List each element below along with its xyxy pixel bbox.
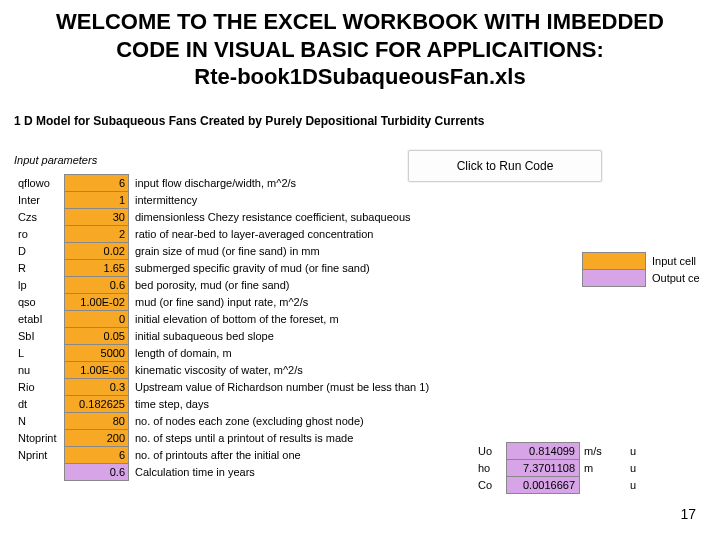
title-line2: CODE IN VISUAL BASIC FOR APPLICAITIONS: xyxy=(116,37,604,62)
param-value-cell[interactable]: 2 xyxy=(65,226,129,243)
param-description: submerged specific gravity of mud (or fi… xyxy=(129,260,434,277)
input-row: etabI0initial elevation of bottom of the… xyxy=(14,311,433,328)
output-name: Co xyxy=(474,477,507,494)
param-description: time step, days xyxy=(129,396,434,413)
output-extra: u xyxy=(614,477,640,494)
input-row: qso1.00E-02mud (or fine sand) input rate… xyxy=(14,294,433,311)
run-code-button[interactable]: Click to Run Code xyxy=(408,150,602,182)
legend-input-swatch xyxy=(583,253,646,270)
output-values-table: Uo0.814099m/suho7.3701108muCo0.0016667u xyxy=(474,442,641,494)
param-name: Inter xyxy=(14,192,65,209)
param-value-cell[interactable]: 0.02 xyxy=(65,243,129,260)
output-row: ho7.3701108mu xyxy=(474,460,640,477)
input-row: L5000length of domain, m xyxy=(14,345,433,362)
param-description: initial subaqueous bed slope xyxy=(129,328,434,345)
param-name: qso xyxy=(14,294,65,311)
input-row: ro2ratio of near-bed to layer-averaged c… xyxy=(14,226,433,243)
input-row: Nprint6no. of printouts after the initia… xyxy=(14,447,433,464)
param-name: etabI xyxy=(14,311,65,328)
param-name: SbI xyxy=(14,328,65,345)
output-unit: m xyxy=(580,460,615,477)
param-name: dt xyxy=(14,396,65,413)
param-value-cell[interactable]: 200 xyxy=(65,430,129,447)
param-description: no. of printouts after the initial one xyxy=(129,447,434,464)
param-description: ratio of near-bed to layer-averaged conc… xyxy=(129,226,434,243)
param-value-cell[interactable]: 0.6 xyxy=(65,464,129,481)
param-value-cell[interactable]: 5000 xyxy=(65,345,129,362)
param-name: qflowo xyxy=(14,175,65,192)
input-row: N80no. of nodes each zone (excluding gho… xyxy=(14,413,433,430)
param-description: Calculation time in years xyxy=(129,464,434,481)
param-description: length of domain, m xyxy=(129,345,434,362)
param-value-cell[interactable]: 1.00E-02 xyxy=(65,294,129,311)
legend-output-label: Output ce xyxy=(646,270,704,287)
input-row: lp0.6bed porosity, mud (or fine sand) xyxy=(14,277,433,294)
title-line3: Rte-book1DSubaqueousFan.xls xyxy=(194,64,525,89)
legend-output-swatch xyxy=(583,270,646,287)
param-name: R xyxy=(14,260,65,277)
param-value-cell[interactable]: 0 xyxy=(65,311,129,328)
param-description: bed porosity, mud (or fine sand) xyxy=(129,277,434,294)
input-row: Rio0.3Upstream value of Richardson numbe… xyxy=(14,379,433,396)
param-name: L xyxy=(14,345,65,362)
model-heading: 1 D Model for Subaqueous Fans Created by… xyxy=(14,114,485,128)
input-parameters-label: Input parameters xyxy=(14,154,97,166)
param-value-cell[interactable]: 6 xyxy=(65,447,129,464)
title-line1: WELCOME TO THE EXCEL WORKBOOK WITH IMBED… xyxy=(56,9,664,34)
output-extra: u xyxy=(614,460,640,477)
input-row: Czs30dimensionless Chezy resistance coef… xyxy=(14,209,433,226)
slide-title: WELCOME TO THE EXCEL WORKBOOK WITH IMBED… xyxy=(0,8,720,91)
param-description: Upstream value of Richardson number (mus… xyxy=(129,379,434,396)
output-value-cell: 0.814099 xyxy=(507,443,580,460)
param-name: nu xyxy=(14,362,65,379)
param-name: ro xyxy=(14,226,65,243)
legend-input-label: Input cell xyxy=(646,253,704,270)
param-name: Czs xyxy=(14,209,65,226)
param-value-cell[interactable]: 1.65 xyxy=(65,260,129,277)
param-name: N xyxy=(14,413,65,430)
param-value-cell[interactable]: 0.3 xyxy=(65,379,129,396)
param-value-cell[interactable]: 80 xyxy=(65,413,129,430)
param-description: input flow discharge/width, m^2/s xyxy=(129,175,434,192)
param-value-cell[interactable]: 0.05 xyxy=(65,328,129,345)
param-description: no. of steps until a printout of results… xyxy=(129,430,434,447)
input-parameters-table: qflowo6input flow discharge/width, m^2/s… xyxy=(14,174,433,481)
input-row: D0.02grain size of mud (or fine sand) in… xyxy=(14,243,433,260)
input-row: nu1.00E-06kinematic viscosity of water, … xyxy=(14,362,433,379)
param-description: mud (or fine sand) input rate, m^2/s xyxy=(129,294,434,311)
input-row: dt0.182625time step, days xyxy=(14,396,433,413)
param-name: Ntoprint xyxy=(14,430,65,447)
input-row: qflowo6input flow discharge/width, m^2/s xyxy=(14,175,433,192)
param-description: initial elevation of bottom of the fores… xyxy=(129,311,434,328)
input-row: 0.6Calculation time in years xyxy=(14,464,433,481)
param-name: Rio xyxy=(14,379,65,396)
output-name: Uo xyxy=(474,443,507,460)
cell-legend: Input cell Output ce xyxy=(582,252,704,287)
param-description: no. of nodes each zone (excluding ghost … xyxy=(129,413,434,430)
param-value-cell[interactable]: 6 xyxy=(65,175,129,192)
param-description: kinematic viscosity of water, m^2/s xyxy=(129,362,434,379)
input-row: Inter1intermittency xyxy=(14,192,433,209)
param-description: dimensionless Chezy resistance coefficie… xyxy=(129,209,434,226)
param-name xyxy=(14,464,65,481)
param-name: lp xyxy=(14,277,65,294)
param-description: grain size of mud (or fine sand) in mm xyxy=(129,243,434,260)
run-code-label: Click to Run Code xyxy=(457,159,554,173)
output-value-cell: 0.0016667 xyxy=(507,477,580,494)
page-number: 17 xyxy=(680,506,696,522)
param-value-cell[interactable]: 1 xyxy=(65,192,129,209)
param-value-cell[interactable]: 30 xyxy=(65,209,129,226)
param-name: D xyxy=(14,243,65,260)
output-row: Uo0.814099m/su xyxy=(474,443,640,460)
param-value-cell[interactable]: 0.182625 xyxy=(65,396,129,413)
param-description: intermittency xyxy=(129,192,434,209)
input-row: R1.65submerged specific gravity of mud (… xyxy=(14,260,433,277)
param-value-cell[interactable]: 1.00E-06 xyxy=(65,362,129,379)
output-extra: u xyxy=(614,443,640,460)
output-row: Co0.0016667u xyxy=(474,477,640,494)
input-row: Ntoprint200no. of steps until a printout… xyxy=(14,430,433,447)
input-row: SbI0.05initial subaqueous bed slope xyxy=(14,328,433,345)
output-value-cell: 7.3701108 xyxy=(507,460,580,477)
param-value-cell[interactable]: 0.6 xyxy=(65,277,129,294)
output-unit xyxy=(580,477,615,494)
